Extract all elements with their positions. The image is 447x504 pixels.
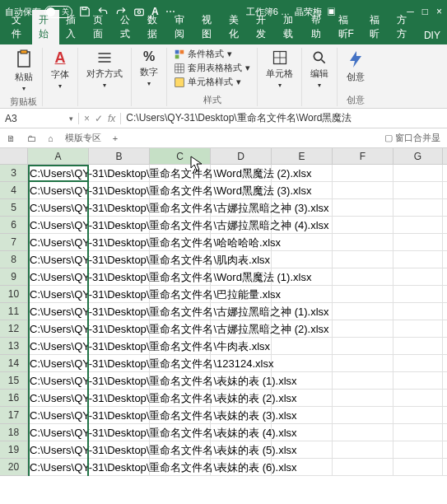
- table-row[interactable]: C:\Users\QY-31\Desktop\重命名文件名\哈哈哈哈.xlsx: [28, 234, 447, 251]
- cells-button[interactable]: 单元格▾: [263, 48, 296, 91]
- table-row[interactable]: C:\Users\QY-31\Desktop\重命名文件名\Word黑魔法 (1…: [28, 268, 447, 286]
- row-header[interactable]: 10: [0, 286, 28, 303]
- group-clipboard: 粘贴 ▾ 剪贴板: [5, 48, 43, 106]
- tab-美化[interactable]: 美化: [222, 10, 249, 44]
- column-header-B[interactable]: B: [89, 148, 150, 164]
- align-button[interactable]: 对齐方式▾: [83, 48, 126, 91]
- table-row[interactable]: C:\Users\QY-31\Desktop\重命名文件名\表妹的表 (4).x…: [28, 424, 447, 441]
- table-row[interactable]: C:\Users\QY-31\Desktop\重命名文件名\表妹的表 (3).x…: [28, 407, 447, 424]
- row-header[interactable]: 9: [0, 268, 28, 286]
- table-row[interactable]: C:\Users\QY-31\Desktop\重命名文件名\表妹的表 (6).x…: [28, 459, 447, 476]
- folder-icon[interactable]: 🗀: [24, 132, 40, 145]
- row-header[interactable]: 19: [0, 441, 28, 459]
- align-icon: [96, 49, 113, 66]
- maximize-button[interactable]: □: [422, 6, 428, 17]
- font-button[interactable]: A 字体▾: [48, 48, 72, 91]
- cond-format-icon: [174, 49, 185, 60]
- number-button[interactable]: % 数字▾: [137, 48, 161, 89]
- tab-页面[interactable]: 页面: [86, 10, 114, 44]
- ribbon-tabs: 文件开始插入页面公式数据审阅视图美化开发加载帮助福昕F福昕方方DIY: [0, 23, 447, 44]
- window-merge-label[interactable]: ▢ 窗口合并显: [381, 130, 444, 146]
- table-row[interactable]: C:\Users\QY-31\Desktop\重命名文件名\肌肉表.xlsx: [28, 251, 447, 268]
- file-icon[interactable]: 🗎: [3, 132, 19, 145]
- enter-icon[interactable]: ✓: [95, 113, 103, 124]
- tab-方方[interactable]: 方方: [390, 10, 417, 44]
- cell-value: C:\Users\QY-31\Desktop\重命名文件名\哈哈哈哈.xlsx: [30, 236, 281, 250]
- ideas-button[interactable]: 创意: [342, 48, 369, 85]
- tab-公式[interactable]: 公式: [114, 10, 141, 44]
- conditional-format-button[interactable]: 条件格式 ▾: [174, 48, 249, 60]
- row-header[interactable]: 4: [0, 182, 28, 199]
- table-row[interactable]: C:\Users\QY-31\Desktop\重命名文件名\牛肉表.xlsx: [28, 338, 447, 355]
- paste-icon: [14, 49, 34, 69]
- cell-styles-button[interactable]: 单元格样式 ▾: [174, 76, 249, 88]
- column-header-D[interactable]: D: [211, 148, 272, 164]
- row-header[interactable]: 3: [0, 165, 28, 182]
- tab-审阅[interactable]: 审阅: [168, 10, 195, 44]
- font-a-icon: A: [55, 49, 66, 67]
- chevron-down-icon[interactable]: ▾: [69, 114, 73, 123]
- table-row[interactable]: C:\Users\QY-31\Desktop\重命名文件名\表妹的表 (5).x…: [28, 441, 447, 459]
- ribbon: 粘贴 ▾ 剪贴板 A 字体▾ 对齐方式▾ % 数字▾ 条件格式 ▾ 套用表格格式…: [0, 44, 447, 109]
- tab-帮助[interactable]: 帮助: [305, 10, 332, 44]
- row-header[interactable]: 14: [0, 355, 28, 372]
- select-all-corner[interactable]: [0, 148, 28, 164]
- tab-文件[interactable]: 文件: [5, 10, 32, 44]
- column-header-C[interactable]: C: [150, 148, 211, 164]
- tab-福昕[interactable]: 福昕: [363, 10, 390, 44]
- toggle-off-icon[interactable]: 关: [44, 6, 72, 18]
- column-header-F[interactable]: F: [333, 148, 393, 164]
- tab-福昕F[interactable]: 福昕F: [332, 10, 363, 44]
- row-header[interactable]: 17: [0, 407, 28, 424]
- column-header-A[interactable]: A: [28, 148, 89, 164]
- cell-value: C:\Users\QY-31\Desktop\重命名文件名\古娜拉黑暗之神 (4…: [30, 218, 329, 233]
- row-header[interactable]: 16: [0, 390, 28, 407]
- row-header[interactable]: 15: [0, 372, 28, 390]
- percent-icon: %: [143, 49, 155, 64]
- tab-开发[interactable]: 开发: [249, 10, 277, 44]
- tab-DIY[interactable]: DIY: [417, 26, 447, 44]
- spreadsheet-grid[interactable]: ABCDEFG 3C:\Users\QY-31\Desktop\重命名文件名\W…: [0, 148, 447, 476]
- table-row[interactable]: C:\Users\QY-31\Desktop\重命名文件名\古娜拉黑暗之神 (3…: [28, 199, 447, 217]
- svg-rect-4: [21, 50, 27, 54]
- close-button[interactable]: ×: [436, 6, 442, 17]
- table-row[interactable]: C:\Users\QY-31\Desktop\重命名文件名\Word黑魔法 (3…: [28, 182, 447, 199]
- table-row[interactable]: C:\Users\QY-31\Desktop\重命名文件名\123124.xls…: [28, 355, 447, 372]
- row-header[interactable]: 13: [0, 338, 28, 355]
- table-row[interactable]: C:\Users\QY-31\Desktop\重命名文件名\古娜拉黑暗之神 (2…: [28, 320, 447, 338]
- name-box[interactable]: A3▾: [0, 113, 79, 124]
- cell-value: C:\Users\QY-31\Desktop\重命名文件名\表妹的表 (6).x…: [30, 460, 297, 475]
- tab-数据[interactable]: 数据: [141, 10, 168, 44]
- row-header[interactable]: 6: [0, 217, 28, 234]
- home-icon[interactable]: ⌂: [44, 132, 57, 145]
- add-sheet-button[interactable]: +: [109, 132, 121, 145]
- table-row[interactable]: C:\Users\QY-31\Desktop\重命名文件名\表妹的表 (1).x…: [28, 372, 447, 390]
- row-header[interactable]: 7: [0, 234, 28, 251]
- table-row[interactable]: C:\Users\QY-31\Desktop\重命名文件名\表妹的表 (2).x…: [28, 390, 447, 407]
- tab-加载[interactable]: 加载: [277, 10, 304, 44]
- column-header-G[interactable]: G: [393, 148, 443, 164]
- edit-button[interactable]: 编辑▾: [307, 48, 332, 91]
- table-row[interactable]: C:\Users\QY-31\Desktop\重命名文件名\古娜拉黑暗之神 (4…: [28, 217, 447, 234]
- column-header-E[interactable]: E: [272, 148, 333, 164]
- format-table-button[interactable]: 套用表格格式 ▾: [174, 62, 249, 74]
- table-row[interactable]: C:\Users\QY-31\Desktop\重命名文件名\巴拉能量.xlsx: [28, 286, 447, 303]
- svg-rect-9: [175, 77, 184, 86]
- sheet-tab-bar: 🗎 🗀 ⌂ 模版专区 + ▢ 窗口合并显: [0, 128, 447, 148]
- row-header[interactable]: 8: [0, 251, 28, 268]
- cancel-icon[interactable]: ×: [84, 113, 90, 124]
- formula-input[interactable]: C:\Users\QY-31\Desktop\重命名文件名\Word黑魔法: [121, 111, 447, 125]
- row-header[interactable]: 5: [0, 199, 28, 217]
- fx-icon[interactable]: fx: [108, 113, 115, 124]
- paste-button[interactable]: 粘贴 ▾: [11, 48, 37, 94]
- row-header[interactable]: 11: [0, 303, 28, 320]
- row-header[interactable]: 18: [0, 424, 28, 441]
- cell-value: C:\Users\QY-31\Desktop\重命名文件名\Word黑魔法 (3…: [30, 184, 311, 198]
- template-tab[interactable]: 模版专区: [62, 130, 105, 146]
- table-row[interactable]: C:\Users\QY-31\Desktop\重命名文件名\Word黑魔法 (2…: [28, 165, 447, 182]
- row-header[interactable]: 20: [0, 459, 28, 476]
- row-header[interactable]: 12: [0, 320, 28, 338]
- search-icon: [311, 49, 328, 66]
- tab-视图[interactable]: 视图: [195, 10, 222, 44]
- table-row[interactable]: C:\Users\QY-31\Desktop\重命名文件名\古娜拉黑暗之神 (1…: [28, 303, 447, 320]
